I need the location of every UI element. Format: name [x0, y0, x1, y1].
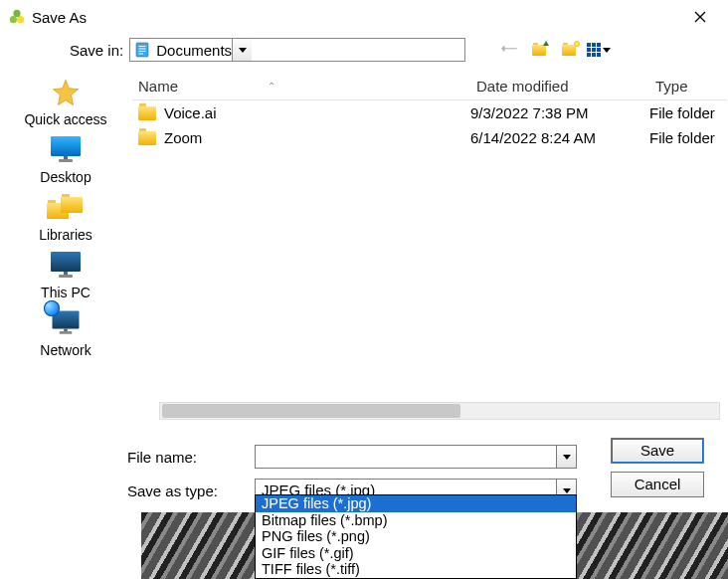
sidebar-item-libraries[interactable]: Libraries: [0, 191, 131, 243]
file-list-rows[interactable]: Voice.ai 9/3/2022 7:38 PM File folder Zo…: [132, 100, 727, 399]
chevron-down-icon: [239, 48, 247, 53]
views-icon: [587, 43, 601, 57]
file-name-input[interactable]: [256, 449, 556, 466]
views-menu-button[interactable]: [587, 39, 611, 61]
save-in-location: Documents: [156, 42, 232, 59]
new-folder-icon: [562, 45, 576, 56]
scrollbar-thumb[interactable]: [162, 404, 460, 418]
horizontal-scrollbar[interactable]: [159, 402, 720, 420]
sidebar-item-this-pc[interactable]: This PC: [0, 249, 131, 300]
save-as-type-dropdown-list[interactable]: JPEG files (*.jpg) Bitmap files (*.bmp) …: [255, 494, 577, 579]
dropdown-option[interactable]: GIF files (*.gif): [256, 545, 576, 562]
svg-point-1: [17, 16, 24, 23]
back-button[interactable]: ⭠: [497, 39, 521, 61]
sidebar-item-label: This PC: [41, 285, 91, 300]
cancel-button[interactable]: Cancel: [611, 472, 704, 497]
svg-point-2: [13, 10, 20, 17]
svg-rect-4: [139, 46, 146, 47]
sidebar-item-label: Desktop: [40, 169, 91, 185]
back-icon: ⭠: [500, 40, 518, 61]
svg-rect-6: [139, 51, 146, 52]
svg-point-0: [10, 16, 17, 23]
title-bar: Save As: [0, 0, 728, 34]
file-name-combo[interactable]: [255, 445, 577, 469]
star-icon: [46, 76, 86, 109]
column-headers: Name ⌃ Date modified Type: [132, 73, 727, 100]
dropdown-option[interactable]: TIFF files (*.tiff): [256, 561, 576, 578]
window-title: Save As: [32, 9, 87, 26]
folder-icon: [138, 106, 156, 120]
new-folder-button[interactable]: [557, 39, 581, 61]
dropdown-option[interactable]: JPEG files (*.jpg): [256, 495, 576, 512]
sidebar-item-desktop[interactable]: Desktop: [0, 133, 131, 185]
app-icon: [8, 8, 26, 26]
network-icon: [46, 306, 86, 340]
this-pc-icon: [46, 249, 86, 283]
folder-icon: [138, 131, 156, 145]
column-header-name[interactable]: Name ⌃: [132, 78, 470, 95]
toolbar: Save in: Documents ⭠: [0, 34, 728, 66]
save-in-dropdown-button[interactable]: [232, 39, 252, 61]
close-button[interactable]: [680, 3, 720, 31]
documents-location-icon: [134, 42, 150, 58]
sidebar-item-label: Network: [40, 342, 91, 358]
svg-rect-7: [139, 54, 144, 55]
file-name-dropdown-button[interactable]: [556, 446, 576, 468]
file-list: Name ⌃ Date modified Type Voice.ai 9/3/2…: [131, 72, 728, 400]
save-button[interactable]: Save: [611, 438, 704, 464]
monitor-icon: [46, 133, 86, 167]
up-one-level-button[interactable]: [527, 39, 551, 61]
chevron-down-icon: [603, 48, 611, 53]
sidebar-item-network[interactable]: Network: [0, 306, 131, 358]
save-in-label: Save in:: [70, 42, 123, 59]
list-item[interactable]: Zoom 6/14/2022 8:24 AM File folder: [132, 125, 727, 150]
places-bar: Quick access Desktop Libraries This PC: [0, 72, 131, 400]
sort-indicator-icon: ⌃: [268, 81, 275, 92]
dropdown-option[interactable]: PNG files (*.png): [256, 528, 576, 545]
dropdown-option[interactable]: Bitmap files (*.bmp): [256, 512, 576, 529]
sidebar-item-quick-access[interactable]: Quick access: [0, 76, 131, 127]
svg-rect-3: [136, 43, 148, 57]
svg-rect-5: [139, 49, 146, 50]
save-in-combo[interactable]: Documents: [129, 38, 465, 62]
column-header-type[interactable]: Type: [649, 78, 727, 95]
up-one-level-icon: [532, 45, 546, 56]
sidebar-item-label: Quick access: [24, 111, 106, 127]
sidebar-item-label: Libraries: [39, 227, 92, 243]
chevron-down-icon: [563, 488, 571, 493]
libraries-icon: [46, 191, 86, 225]
save-as-type-label: Save as type:: [127, 482, 255, 499]
file-name-label: File name:: [127, 449, 255, 466]
list-item[interactable]: Voice.ai 9/3/2022 7:38 PM File folder: [132, 100, 727, 125]
chevron-down-icon: [563, 455, 571, 460]
column-header-date[interactable]: Date modified: [470, 78, 649, 95]
